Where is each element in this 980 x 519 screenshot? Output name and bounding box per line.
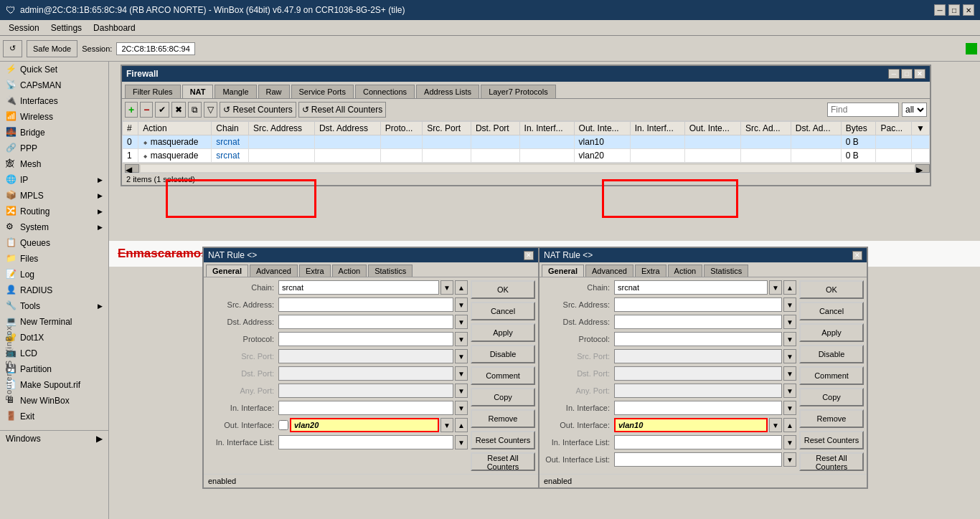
sidebar-item-wireless[interactable]: 📶Wireless [0, 109, 108, 125]
scroll-right[interactable]: ▶ [915, 164, 930, 173]
menu-settings[interactable]: Settings [45, 22, 88, 34]
nat-left-reset-counters-button[interactable]: Reset Counters [471, 431, 535, 449]
dst-port-input[interactable] [278, 366, 453, 381]
sidebar-item-routing[interactable]: 🔀Routing▶ [0, 204, 108, 219]
sidebar-item-windows[interactable]: Windows ▶ [0, 430, 108, 447]
r-chain-dropdown[interactable]: ▼ [769, 280, 782, 295]
nat-right-ok-button[interactable]: OK [799, 280, 864, 299]
sidebar-item-interfaces[interactable]: 🔌Interfaces [0, 93, 108, 109]
r-in-iface-list-input[interactable] [614, 435, 782, 449]
sidebar-item-log[interactable]: 📝Log [0, 267, 108, 282]
nat-left-cancel-button[interactable]: Cancel [471, 302, 535, 320]
col-action[interactable]: Action [138, 122, 212, 135]
nat-right-reset-counters-button[interactable]: Reset Counters [799, 431, 864, 449]
tab-service-ports[interactable]: Service Ports [291, 85, 354, 98]
find-input[interactable] [827, 103, 899, 117]
r-out-iface-dropdown[interactable]: ▼ [769, 418, 782, 432]
close-button[interactable]: ✕ [963, 4, 974, 16]
col-src-ad[interactable]: Src. Ad... [740, 122, 791, 135]
r-dst-port-input[interactable] [614, 366, 782, 381]
sidebar-item-bridge[interactable]: 🌉Bridge [0, 125, 108, 141]
sidebar-item-lcd[interactable]: 📺LCD [0, 346, 108, 361]
nat-right-tab-advanced[interactable]: Advanced [585, 265, 633, 277]
r-protocol-input[interactable] [614, 332, 782, 346]
tab-address-lists[interactable]: Address Lists [416, 85, 479, 98]
table-row[interactable]: 0 ⬥ masquerade srcnat vlan10 [123, 135, 930, 149]
src-addr-dropdown[interactable]: ▼ [455, 297, 468, 312]
tab-raw[interactable]: Raw [258, 85, 290, 98]
col-pac[interactable]: Pac... [876, 122, 912, 135]
sidebar-item-radius[interactable]: 👤RADIUS [0, 282, 108, 298]
nat-left-remove-button[interactable]: Remove [471, 409, 535, 428]
firewall-minimize[interactable]: ─ [888, 69, 900, 79]
r-in-iface-list-dropdown[interactable]: ▼ [783, 435, 796, 449]
firewall-close[interactable]: ✕ [914, 69, 925, 79]
protocol-input[interactable] [278, 332, 453, 346]
chain-dropdown[interactable]: ▼ [440, 280, 453, 295]
nat-right-remove-button[interactable]: Remove [799, 409, 864, 428]
nat-left-tab-action[interactable]: Action [332, 265, 367, 277]
nat-left-tab-advanced[interactable]: Advanced [250, 265, 298, 277]
r-any-port-dropdown[interactable]: ▼ [783, 384, 796, 398]
menu-session[interactable]: Session [3, 22, 45, 34]
r-any-port-input[interactable] [614, 384, 782, 398]
maximize-button[interactable]: □ [948, 4, 960, 16]
nat-left-ok-button[interactable]: OK [471, 280, 535, 299]
dst-addr-input[interactable] [278, 315, 453, 329]
in-iface-input[interactable] [278, 401, 453, 415]
r-src-addr-dropdown[interactable]: ▼ [783, 297, 796, 312]
sidebar-item-dot1x[interactable]: 🔐Dot1X [0, 330, 108, 346]
safe-mode-button[interactable]: Safe Mode [27, 40, 77, 57]
minimize-button[interactable]: ─ [934, 4, 946, 16]
sidebar-item-system[interactable]: ⚙System▶ [0, 219, 108, 235]
r-out-iface-list-input[interactable] [614, 452, 782, 467]
r-src-addr-input[interactable] [614, 297, 782, 312]
nat-left-tab-statistics[interactable]: Statistics [368, 265, 413, 277]
col-src-port[interactable]: Src. Port [423, 122, 471, 135]
r-chain-input[interactable] [614, 280, 768, 295]
horizontal-scrollbar[interactable]: ◀ ▶ [122, 163, 930, 173]
disable-rule-button[interactable]: ✖ [171, 102, 186, 118]
sidebar-item-exit[interactable]: 🚪Exit [0, 409, 108, 424]
sidebar-item-partition[interactable]: 💾Partition [0, 361, 108, 377]
scroll-left[interactable]: ◀ [125, 164, 139, 173]
sidebar-item-files[interactable]: 📁Files [0, 251, 108, 267]
nat-left-reset-all-counters-button[interactable]: Reset All Counters [471, 452, 535, 471]
tab-mangle[interactable]: Mangle [215, 85, 256, 98]
sidebar-item-ppp[interactable]: 🔗PPP [0, 141, 108, 156]
nat-right-tab-extra[interactable]: Extra [635, 265, 666, 277]
r-dst-addr-input[interactable] [614, 315, 782, 329]
src-port-dropdown[interactable]: ▼ [455, 349, 468, 363]
r-out-iface-input[interactable] [614, 418, 768, 432]
out-iface-dropdown[interactable]: ▼ [440, 418, 453, 432]
copy-rule-button[interactable]: ⧉ [188, 102, 202, 118]
sidebar-item-quickset[interactable]: ⚡Quick Set [0, 62, 108, 77]
r-in-iface-dropdown[interactable]: ▼ [783, 401, 796, 415]
sidebar-item-ip[interactable]: 🌐IP▶ [0, 172, 108, 188]
nat-dialog-left-close[interactable]: ✕ [524, 251, 534, 260]
out-iface-up[interactable]: ▲ [455, 418, 468, 432]
nat-left-apply-button[interactable]: Apply [471, 323, 535, 342]
tab-connections[interactable]: Connections [355, 85, 415, 98]
nat-dialog-right-close[interactable]: ✕ [852, 251, 862, 260]
find-select[interactable]: all [902, 103, 927, 117]
nat-right-cancel-button[interactable]: Cancel [799, 302, 864, 320]
in-iface-dropdown[interactable]: ▼ [455, 401, 468, 415]
col-in-iface[interactable]: In. Interf... [519, 122, 574, 135]
nat-right-apply-button[interactable]: Apply [799, 323, 864, 342]
dst-port-dropdown[interactable]: ▼ [455, 366, 468, 381]
src-addr-input[interactable] [278, 297, 453, 312]
reset-all-counters-button[interactable]: ↺ Reset All Counters [298, 102, 386, 118]
nat-left-copy-button[interactable]: Copy [471, 388, 535, 406]
nat-right-disable-button[interactable]: Disable [799, 345, 864, 363]
nat-right-tab-action[interactable]: Action [668, 265, 703, 277]
sidebar-item-capsman[interactable]: 📡CAPsMAN [0, 77, 108, 93]
col-in-iface2[interactable]: In. Interf... [630, 122, 684, 135]
r-out-iface-up[interactable]: ▲ [783, 418, 796, 432]
remove-rule-button[interactable]: − [140, 102, 153, 118]
sidebar-item-tools[interactable]: 🔧Tools▶ [0, 298, 108, 314]
menu-dashboard[interactable]: Dashboard [88, 22, 141, 34]
r-src-port-dropdown[interactable]: ▼ [783, 349, 796, 363]
in-iface-list-dropdown[interactable]: ▼ [455, 435, 468, 449]
sidebar-item-queues[interactable]: 📋Queues [0, 235, 108, 251]
